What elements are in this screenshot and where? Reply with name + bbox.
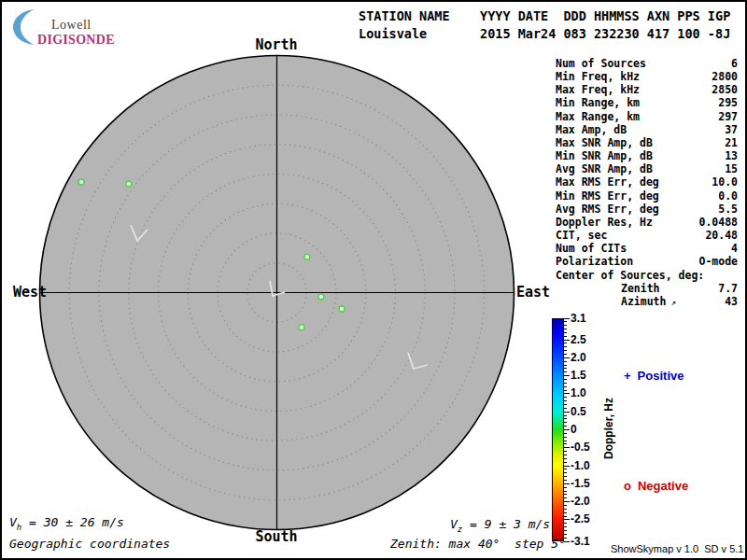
stat-row: Azimuth↗43 <box>554 295 738 309</box>
source-point <box>318 294 324 300</box>
legend-negative-label: Negative <box>638 479 688 493</box>
logo-digisonde-text: DIGISONDE <box>37 33 115 48</box>
stat-row: Max Amp, dB37 <box>554 123 738 136</box>
colorbar-minor-tick <box>564 433 567 434</box>
stat-row: Min Freq, kHz2800 <box>554 70 738 83</box>
header-station-values: Louisvale 2015 Mar24 083 232230 417 100 … <box>359 25 730 43</box>
stat-row: Num of Sources6 <box>554 57 738 70</box>
stat-label: CIT, sec <box>554 229 607 242</box>
colorbar-major-tick <box>564 340 570 341</box>
colorbar-minor-tick <box>564 386 567 387</box>
stat-row: Min RMS Err, deg0.0 <box>554 189 738 203</box>
stat-label: Min Freq, kHz <box>554 70 640 83</box>
compass-west-label: West <box>11 284 47 301</box>
colorbar-minor-tick <box>564 418 567 419</box>
stat-row: Doppler Res, Hz0.0488 <box>554 216 738 229</box>
colorbar-major-tick <box>564 393 570 394</box>
stat-label: Avg SNR Amp, dB <box>554 162 653 175</box>
colorbar-minor-tick <box>564 361 567 362</box>
colorbar-minor-tick <box>564 368 567 369</box>
source-point <box>339 306 345 312</box>
colorbar-minor-tick <box>564 487 567 488</box>
version-text: ShowSkymap v 1.0 SD v 5.1 <box>611 543 743 554</box>
colorbar-tick-label: -3.1 <box>571 536 590 548</box>
colorbar-tick-label: 3.1 <box>571 313 586 325</box>
colorbar-minor-tick <box>564 343 567 343</box>
stat-row: CIT, sec20.48 <box>554 229 738 242</box>
legend-positive-label: Positive <box>638 369 684 383</box>
compass-north-label: North <box>255 36 297 53</box>
stat-row: Center of Sources, deg: <box>554 269 738 282</box>
colorbar-minor-tick <box>564 422 567 423</box>
colorbar-minor-tick <box>564 523 567 524</box>
stat-value: 0.0 <box>718 189 738 203</box>
colorbar-tick-label: -2.5 <box>571 513 590 525</box>
colorbar-minor-tick <box>564 472 567 473</box>
colorbar-minor-tick <box>564 371 567 372</box>
colorbar-minor-tick <box>564 365 567 366</box>
stat-label: Max RMS Err, deg <box>554 175 659 189</box>
colorbar-minor-tick <box>564 404 567 405</box>
stat-value: 15 <box>725 162 738 175</box>
stat-label: Num of Sources <box>554 57 646 70</box>
header-block: STATION NAME YYYY DATE DDD HHMMSS AXN PP… <box>359 7 730 43</box>
stat-value: 2800 <box>712 70 738 83</box>
colorbar-tick-label: 1.0 <box>571 387 586 399</box>
vertical-velocity-text: Vz = 9 ± 3 m/s <box>450 517 550 534</box>
colorbar-minor-tick <box>564 336 567 337</box>
colorbar-tick-label: -1.5 <box>571 478 590 490</box>
stat-value: 5.5 <box>718 203 738 216</box>
stat-label: Max Range, km <box>554 110 640 123</box>
colorbar-minor-tick <box>564 534 567 535</box>
colorbar-minor-tick <box>564 379 567 380</box>
stat-value: 295 <box>718 96 738 109</box>
colorbar-minor-tick <box>564 383 567 384</box>
stat-label: Min SNR Amp, dB <box>554 149 653 162</box>
colorbar-minor-tick <box>564 480 567 481</box>
logo-lowell-text: Lowell <box>51 18 92 33</box>
source-point <box>78 179 84 185</box>
stat-value: 20.48 <box>705 229 738 242</box>
colorbar-minor-tick <box>564 509 567 510</box>
colorbar-major-tick <box>564 501 570 502</box>
colorbar-minor-tick <box>564 494 567 495</box>
legend-positive: +Positive <box>624 369 684 383</box>
azimuth-arrow-icon: ↗ <box>670 298 675 307</box>
stat-label: Polarization <box>554 255 633 268</box>
colorbar-minor-tick <box>564 441 567 441</box>
stat-value: 37 <box>725 123 738 136</box>
stat-label: Azimuth↗ <box>554 295 676 309</box>
stat-label: Zenith <box>554 282 660 295</box>
stat-label: Num of CITs <box>554 242 627 255</box>
colorbar-minor-tick <box>564 400 567 401</box>
doppler-colorbar: 3.12.52.01.51.00.50-0.5-1.0-1.5-2.0-2.5-… <box>552 318 608 541</box>
colorbar-minor-tick <box>564 469 567 469</box>
stat-row: Max SNR Amp, dB21 <box>554 136 738 149</box>
stats-table: Num of Sources6Min Freq, kHz2800Max Freq… <box>554 57 738 309</box>
legend-negative: oNegative <box>624 479 688 493</box>
colorbar-minor-tick <box>564 350 567 351</box>
colorbar-major-tick <box>564 483 570 484</box>
stat-row: Avg SNR Amp, dB15 <box>554 162 738 175</box>
colorbar-major-tick <box>564 519 570 520</box>
stat-label: Max Amp, dB <box>554 123 627 136</box>
stat-row: Max RMS Err, deg10.0 <box>554 175 738 189</box>
colorbar-tick-label: -0.5 <box>571 441 590 454</box>
stat-value: O-mode <box>698 255 738 268</box>
zenith-range-note: Zenith: max 40° step 5° <box>390 537 566 551</box>
stat-row: PolarizationO-mode <box>554 255 738 268</box>
colorbar-minor-tick <box>564 491 567 492</box>
stat-row: Min SNR Amp, dB13 <box>554 149 738 162</box>
lowell-digisonde-logo: Lowell DIGISONDE <box>7 6 129 47</box>
stat-row: Max Range, km297 <box>554 110 738 123</box>
colorbar-gradient <box>552 318 564 541</box>
stat-label: Min RMS Err, deg <box>554 189 659 203</box>
colorbar-tick-label: 2.5 <box>571 334 586 346</box>
stat-label: Min Range, km <box>554 96 640 109</box>
stat-row: Avg RMS Err, deg5.5 <box>554 203 738 216</box>
colorbar-axis-label: Doppler, Hz <box>602 398 615 459</box>
colorbar-minor-tick <box>564 458 567 459</box>
stat-label: Center of Sources, deg: <box>554 269 704 282</box>
horizontal-velocity-text: Vh = 30 ± 26 m/s <box>9 515 124 532</box>
stat-row: Min Range, km295 <box>554 96 738 109</box>
